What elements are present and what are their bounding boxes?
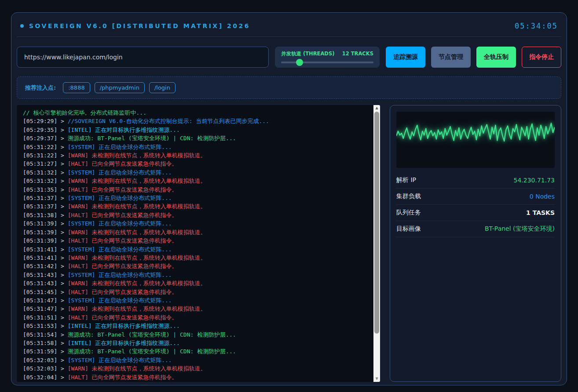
log-line: [05:31:22] > [WARN] 未检测到在线节点，系统转入单机模拟轨道。 xyxy=(23,151,369,160)
threads-slider-track[interactable] xyxy=(281,62,373,63)
stat-value: 54.230.71.73 xyxy=(513,177,555,184)
log-line: [05:31:22] > [SYSTEM] 正在启动全球分布式矩阵... xyxy=(23,143,369,151)
log-line: [05:31:58] > [INTEL] 正在对目标执行多维指纹溯源... xyxy=(23,339,369,347)
log-line: [05:31:53] > [INTEL] 正在对目标执行多维指纹溯源... xyxy=(23,322,369,330)
log-line: [05:31:37] > [WARN] 未检测到在线节点，系统转入单机模拟轨道。 xyxy=(23,202,369,211)
stat-label: 目标画像 xyxy=(396,225,421,233)
injection-suggestions: 推荐注入点: :8888/phpmyadmin/login xyxy=(17,76,561,99)
stat-label: 集群负载 xyxy=(396,192,421,200)
threads-slider-thumb[interactable] xyxy=(296,59,303,66)
terminal-scrollbar[interactable]: ▲ ▼ xyxy=(373,105,380,382)
log-line: [05:31:41] > [WARN] 未检测到在线节点，系统转入单机模拟轨道。 xyxy=(23,254,369,262)
trace-source-button[interactable]: 追踪溯源 xyxy=(386,47,425,68)
log-line: [05:32:03] > [SYSTEM] 正在启动全球分布式矩阵... xyxy=(23,356,369,364)
log-line: [05:29:29] > //SOVEREIGN V6.0-自动化分布式控制台提… xyxy=(23,117,369,125)
log-line: [05:31:47] > [SYSTEM] 正在启动全球分布式矩阵... xyxy=(23,296,369,305)
threads-value: 12 TRACKS xyxy=(342,51,373,57)
injection-chips: :8888/phpmyadmin/login xyxy=(63,82,176,93)
log-line: [05:31:51] > [HALT] 已向全网节点发送紧急停机指令。 xyxy=(23,313,369,322)
log-line: [05:31:39] > [SYSTEM] 正在启动全球分布式矩阵... xyxy=(23,219,369,228)
stat-row: 集群负载0 Nodes xyxy=(396,189,555,205)
stat-value: BT-Panel (宝塔安全环境) xyxy=(485,225,555,233)
stat-label: 解析 IP xyxy=(396,176,416,184)
log-line: [05:29:35] > [INTEL] 正在对目标执行多维指纹溯源... xyxy=(23,126,369,134)
log-line: [05:31:59] > 溯源成功: BT-Panel (宝塔安全环境) | C… xyxy=(23,347,369,356)
stat-value: 1 TASKS xyxy=(526,209,555,216)
log-line: [05:32:04] > [HALT] 已向全网节点发送紧急停机指令。 xyxy=(23,373,369,381)
target-url-input[interactable] xyxy=(17,47,269,68)
log-line: [05:31:32] > [SYSTEM] 正在启动全球分布式矩阵... xyxy=(23,168,369,177)
log-line: [05:31:45] > [HALT] 已向全网节点发送紧急停机指令。 xyxy=(23,288,369,296)
scroll-up-icon[interactable]: ▲ xyxy=(373,105,380,111)
log-line: [05:31:38] > [HALT] 已向全网节点发送紧急停机指令。 xyxy=(23,211,369,219)
command-halt-button[interactable]: 指令停止 xyxy=(522,47,561,68)
log-line: [05:32:03] > [WARN] 未检测到在线节点，系统转入单机模拟轨道。 xyxy=(23,364,369,373)
log-line: // 核心引擎初始化完毕。分布式链路监听中... xyxy=(23,109,369,117)
log-line: [05:31:39] > [WARN] 未检测到在线节点，系统转入单机模拟轨道。 xyxy=(23,228,369,236)
log-line: [05:31:41] > [SYSTEM] 正在启动全球分布式矩阵... xyxy=(23,245,369,254)
stat-value: 0 Nodes xyxy=(530,193,555,200)
injection-chip[interactable]: /login xyxy=(149,82,176,93)
main-window: SOVEREIGN V6.0 [DISTRIBUTED MATRIX] 2026… xyxy=(11,12,567,385)
injection-chip[interactable]: /phpmyadmin xyxy=(95,82,145,93)
full-suppress-button[interactable]: 全轨压制 xyxy=(476,47,516,68)
log-line: [05:29:37] > 溯源成功: BT-Panel (宝塔安全环境) | C… xyxy=(23,134,369,142)
header: SOVEREIGN V6.0 [DISTRIBUTED MATRIX] 2026… xyxy=(17,20,561,37)
injection-label: 推荐注入点: xyxy=(25,84,56,92)
log-line: [05:31:42] > [HALT] 已向全网节点发送紧急停机指令。 xyxy=(23,262,369,270)
log-line: [05:31:37] > [SYSTEM] 正在启动全球分布式矩阵... xyxy=(23,194,369,202)
stat-row: 队列任务1 TASKS xyxy=(396,205,555,221)
log-line: [05:31:35] > [HALT] 已向全网节点发送紧急停机指令。 xyxy=(23,185,369,194)
scrollbar-thumb[interactable] xyxy=(374,112,379,334)
scroll-down-icon[interactable]: ▼ xyxy=(373,376,380,382)
node-manage-button[interactable]: 节点管理 xyxy=(431,47,471,68)
log-line: [05:31:54] > 溯源成功: BT-Panel (宝塔安全环境) | C… xyxy=(23,330,369,339)
terminal-log: // 核心引擎初始化完毕。分布式链路监听中...[05:29:29] > //S… xyxy=(17,105,380,381)
control-bar: 并发轨道 (THREADS) 12 TRACKS 追踪溯源节点管理全轨压制指令停… xyxy=(17,47,561,68)
log-line: [05:31:47] > [WARN] 未检测到在线节点，系统转入单机模拟轨道。 xyxy=(23,305,369,313)
stat-row: 解析 IP54.230.71.73 xyxy=(396,172,555,189)
threads-label: 并发轨道 (THREADS) xyxy=(281,51,334,57)
status-dot-icon xyxy=(20,24,24,28)
log-line: [05:31:43] > [WARN] 未检测到在线节点，系统转入单机模拟轨道。 xyxy=(23,279,369,287)
log-line: [05:31:27] > [HALT] 已向全网节点发送紧急停机指令。 xyxy=(23,160,369,168)
app-title: SOVEREIGN V6.0 [DISTRIBUTED MATRIX] 2026 xyxy=(29,22,250,29)
stat-label: 队列任务 xyxy=(396,209,421,217)
clock: 05:34:05 xyxy=(515,22,558,30)
action-buttons: 追踪溯源节点管理全轨压制指令停止 xyxy=(386,47,561,68)
log-line: [05:31:32] > [WARN] 未检测到在线节点，系统转入单机模拟轨道。 xyxy=(23,177,369,185)
terminal-panel[interactable]: // 核心引擎初始化完毕。分布式链路监听中...[05:29:29] > //S… xyxy=(17,105,380,382)
signal-waveform xyxy=(396,112,555,168)
log-line: [05:31:39] > [HALT] 已向全网节点发送紧急停机指令。 xyxy=(23,236,369,245)
injection-chip[interactable]: :8888 xyxy=(63,82,90,93)
threads-slider-panel: 并发轨道 (THREADS) 12 TRACKS xyxy=(275,47,380,68)
content-area: // 核心引擎初始化完毕。分布式链路监听中...[05:29:29] > //S… xyxy=(17,105,561,382)
status-panel: 解析 IP54.230.71.73集群负载0 Nodes队列任务1 TASKS目… xyxy=(390,105,561,382)
stats-list: 解析 IP54.230.71.73集群负载0 Nodes队列任务1 TASKS目… xyxy=(396,172,555,237)
stat-row: 目标画像BT-Panel (宝塔安全环境) xyxy=(396,221,555,237)
log-line: [05:31:43] > [SYSTEM] 正在启动全球分布式矩阵... xyxy=(23,271,369,279)
